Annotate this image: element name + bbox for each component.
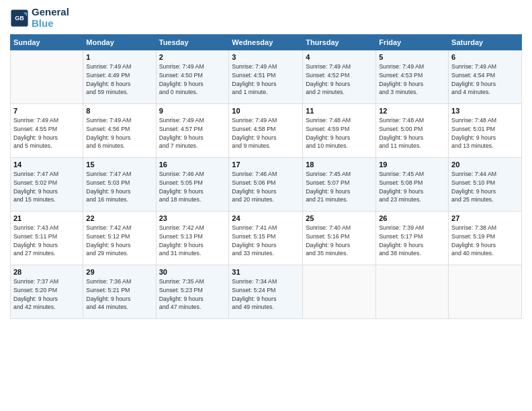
- day-number: 7: [13, 107, 80, 115]
- calendar-cell: 3Sunrise: 7:49 AMSunset: 4:51 PMDaylight…: [229, 50, 303, 104]
- calendar-cell: 18Sunrise: 7:45 AMSunset: 5:07 PMDayligh…: [303, 158, 376, 212]
- day-info: Sunrise: 7:38 AMSunset: 5:19 PMDaylight:…: [451, 224, 519, 258]
- day-info: Sunrise: 7:47 AMSunset: 5:02 PMDaylight:…: [13, 170, 80, 204]
- day-number: 18: [306, 161, 373, 169]
- day-info: Sunrise: 7:49 AMSunset: 4:49 PMDaylight:…: [86, 62, 152, 97]
- calendar-cell: 22Sunrise: 7:42 AMSunset: 5:12 PMDayligh…: [83, 212, 156, 265]
- day-number: 21: [13, 214, 80, 222]
- day-info: Sunrise: 7:46 AMSunset: 5:05 PMDaylight:…: [159, 170, 226, 204]
- calendar-cell: 31Sunrise: 7:34 AMSunset: 5:24 PMDayligh…: [229, 265, 303, 319]
- calendar-cell: 5Sunrise: 7:49 AMSunset: 4:53 PMDaylight…: [376, 50, 449, 104]
- day-number: 25: [306, 214, 373, 222]
- calendar-cell: 24Sunrise: 7:41 AMSunset: 5:15 PMDayligh…: [229, 212, 303, 265]
- calendar-week-row: 1Sunrise: 7:49 AMSunset: 4:49 PMDaylight…: [11, 50, 522, 104]
- day-info: Sunrise: 7:49 AMSunset: 4:55 PMDaylight:…: [13, 116, 80, 150]
- calendar-cell: 29Sunrise: 7:36 AMSunset: 5:21 PMDayligh…: [83, 265, 156, 319]
- calendar-cell: 28Sunrise: 7:37 AMSunset: 5:20 PMDayligh…: [11, 265, 83, 319]
- calendar-table: SundayMondayTuesdayWednesdayThursdayFrid…: [10, 34, 522, 319]
- day-info: Sunrise: 7:49 AMSunset: 4:53 PMDaylight:…: [379, 62, 445, 97]
- calendar-cell: 16Sunrise: 7:46 AMSunset: 5:05 PMDayligh…: [156, 158, 229, 212]
- day-number: 20: [451, 161, 519, 169]
- calendar-cell: 11Sunrise: 7:48 AMSunset: 4:59 PMDayligh…: [303, 104, 376, 158]
- svg-text:GB: GB: [15, 14, 24, 21]
- day-info: Sunrise: 7:41 AMSunset: 5:15 PMDaylight:…: [232, 224, 300, 258]
- calendar-cell: 14Sunrise: 7:47 AMSunset: 5:02 PMDayligh…: [11, 158, 83, 212]
- calendar-cell: [303, 265, 376, 319]
- day-number: 26: [379, 214, 445, 222]
- day-number: 28: [13, 268, 80, 276]
- calendar-cell: 2Sunrise: 7:49 AMSunset: 4:50 PMDaylight…: [156, 50, 229, 104]
- calendar-cell: 6Sunrise: 7:49 AMSunset: 4:54 PMDaylight…: [449, 50, 522, 104]
- day-number: 10: [232, 107, 300, 115]
- day-info: Sunrise: 7:42 AMSunset: 5:13 PMDaylight:…: [159, 224, 226, 258]
- calendar-cell: 10Sunrise: 7:49 AMSunset: 4:58 PMDayligh…: [229, 104, 303, 158]
- day-number: 23: [159, 214, 226, 222]
- logo-text: General Blue: [32, 7, 69, 29]
- day-header-tuesday: Tuesday: [156, 35, 229, 50]
- day-info: Sunrise: 7:46 AMSunset: 5:06 PMDaylight:…: [232, 170, 300, 204]
- calendar-cell: 19Sunrise: 7:45 AMSunset: 5:08 PMDayligh…: [376, 158, 449, 212]
- day-info: Sunrise: 7:36 AMSunset: 5:21 PMDaylight:…: [86, 277, 152, 312]
- day-number: 8: [86, 107, 152, 115]
- calendar-cell: 7Sunrise: 7:49 AMSunset: 4:55 PMDaylight…: [11, 104, 83, 158]
- day-number: 15: [86, 161, 152, 169]
- day-number: 19: [379, 161, 445, 169]
- day-number: 9: [159, 107, 226, 115]
- day-info: Sunrise: 7:39 AMSunset: 5:17 PMDaylight:…: [379, 224, 445, 258]
- day-info: Sunrise: 7:47 AMSunset: 5:03 PMDaylight:…: [86, 170, 152, 204]
- day-info: Sunrise: 7:44 AMSunset: 5:10 PMDaylight:…: [451, 170, 519, 204]
- calendar-cell: [449, 265, 522, 319]
- day-header-wednesday: Wednesday: [229, 35, 303, 50]
- day-number: 27: [451, 214, 519, 222]
- calendar-week-row: 28Sunrise: 7:37 AMSunset: 5:20 PMDayligh…: [11, 265, 522, 319]
- calendar-week-row: 21Sunrise: 7:43 AMSunset: 5:11 PMDayligh…: [11, 212, 522, 265]
- day-info: Sunrise: 7:49 AMSunset: 4:51 PMDaylight:…: [232, 62, 300, 97]
- day-number: 5: [379, 53, 445, 61]
- calendar-cell: 27Sunrise: 7:38 AMSunset: 5:19 PMDayligh…: [449, 212, 522, 265]
- day-info: Sunrise: 7:45 AMSunset: 5:07 PMDaylight:…: [306, 170, 373, 204]
- calendar-cell: 21Sunrise: 7:43 AMSunset: 5:11 PMDayligh…: [11, 212, 83, 265]
- day-info: Sunrise: 7:48 AMSunset: 4:59 PMDaylight:…: [306, 116, 373, 150]
- calendar-cell: 26Sunrise: 7:39 AMSunset: 5:17 PMDayligh…: [376, 212, 449, 265]
- day-number: 11: [306, 107, 373, 115]
- day-header-thursday: Thursday: [303, 35, 376, 50]
- day-info: Sunrise: 7:40 AMSunset: 5:16 PMDaylight:…: [306, 224, 373, 258]
- calendar-cell: 17Sunrise: 7:46 AMSunset: 5:06 PMDayligh…: [229, 158, 303, 212]
- calendar-cell: 4Sunrise: 7:49 AMSunset: 4:52 PMDaylight…: [303, 50, 376, 104]
- logo-icon: GB: [10, 9, 29, 28]
- day-number: 4: [306, 53, 373, 61]
- calendar-cell: 1Sunrise: 7:49 AMSunset: 4:49 PMDaylight…: [83, 50, 156, 104]
- day-number: 13: [451, 107, 519, 115]
- day-info: Sunrise: 7:49 AMSunset: 4:50 PMDaylight:…: [159, 62, 226, 97]
- day-number: 14: [13, 161, 80, 169]
- day-info: Sunrise: 7:49 AMSunset: 4:52 PMDaylight:…: [306, 62, 373, 97]
- day-header-sunday: Sunday: [11, 35, 83, 50]
- day-number: 29: [86, 268, 152, 276]
- day-info: Sunrise: 7:48 AMSunset: 5:01 PMDaylight:…: [451, 116, 519, 150]
- day-number: 22: [86, 214, 152, 222]
- calendar-cell: 9Sunrise: 7:49 AMSunset: 4:57 PMDaylight…: [156, 104, 229, 158]
- calendar-week-row: 14Sunrise: 7:47 AMSunset: 5:02 PMDayligh…: [11, 158, 522, 212]
- calendar-cell: 15Sunrise: 7:47 AMSunset: 5:03 PMDayligh…: [83, 158, 156, 212]
- day-number: 16: [159, 161, 226, 169]
- day-header-friday: Friday: [376, 35, 449, 50]
- header: GB General Blue: [10, 7, 522, 29]
- day-header-monday: Monday: [83, 35, 156, 50]
- calendar-cell: 30Sunrise: 7:35 AMSunset: 5:23 PMDayligh…: [156, 265, 229, 319]
- day-number: 30: [159, 268, 226, 276]
- page-container: GB General Blue SundayMondayTuesdayWedne…: [0, 0, 532, 326]
- day-info: Sunrise: 7:45 AMSunset: 5:08 PMDaylight:…: [379, 170, 445, 204]
- calendar-cell: 20Sunrise: 7:44 AMSunset: 5:10 PMDayligh…: [449, 158, 522, 212]
- day-number: 12: [379, 107, 445, 115]
- logo: GB General Blue: [10, 7, 69, 29]
- calendar-cell: 12Sunrise: 7:48 AMSunset: 5:00 PMDayligh…: [376, 104, 449, 158]
- day-number: 6: [451, 53, 519, 61]
- calendar-cell: 23Sunrise: 7:42 AMSunset: 5:13 PMDayligh…: [156, 212, 229, 265]
- calendar-cell: 25Sunrise: 7:40 AMSunset: 5:16 PMDayligh…: [303, 212, 376, 265]
- day-info: Sunrise: 7:49 AMSunset: 4:57 PMDaylight:…: [159, 116, 226, 150]
- day-info: Sunrise: 7:49 AMSunset: 4:54 PMDaylight:…: [451, 62, 519, 97]
- day-info: Sunrise: 7:43 AMSunset: 5:11 PMDaylight:…: [13, 224, 80, 258]
- calendar-body: 1Sunrise: 7:49 AMSunset: 4:49 PMDaylight…: [11, 50, 522, 319]
- calendar-cell: 13Sunrise: 7:48 AMSunset: 5:01 PMDayligh…: [449, 104, 522, 158]
- calendar-cell: [376, 265, 449, 319]
